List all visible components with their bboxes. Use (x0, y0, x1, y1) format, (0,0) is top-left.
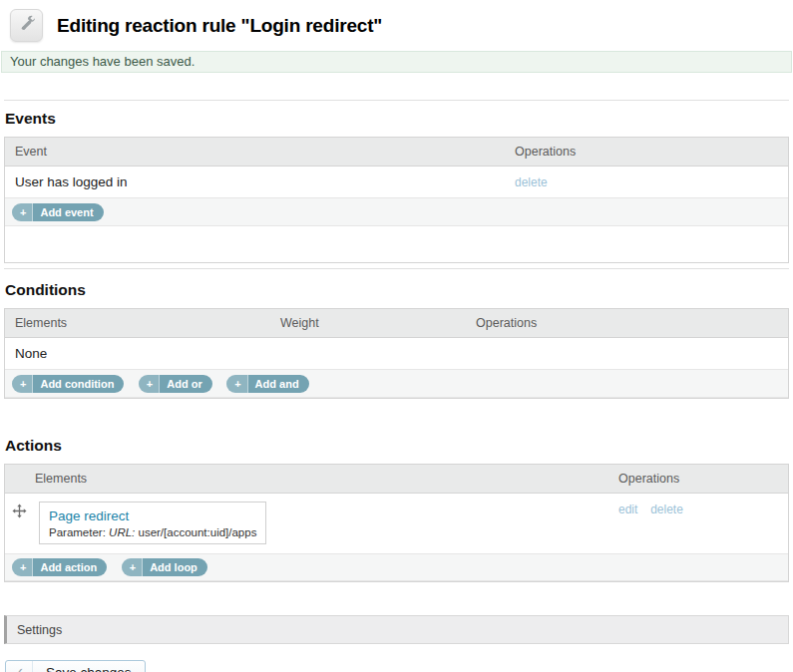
action-parameter: Parameter: URL: user/[account:uid]/apps (49, 526, 256, 538)
plus-icon: + (12, 375, 33, 393)
actions-add-row: + Add action + Add loop (5, 554, 788, 582)
wrench-icon (17, 14, 37, 38)
actions-table-header: Elements Operations (5, 465, 788, 494)
drag-handle-icon[interactable] (12, 504, 27, 522)
plus-icon: + (139, 375, 160, 393)
plus-icon: + (12, 558, 33, 576)
events-heading: Events (5, 110, 789, 128)
conditions-col-elements: Elements (5, 309, 270, 337)
events-col-operations: Operations (505, 138, 788, 166)
conditions-section: Conditions Elements Weight Operations No… (4, 281, 789, 399)
page-title: Editing reaction rule "Login redirect" (57, 15, 382, 37)
add-loop-button[interactable]: + Add loop (122, 558, 207, 576)
plus-icon: + (226, 375, 247, 393)
settings-fieldset-toggle[interactable]: Settings (4, 615, 789, 644)
actions-heading: Actions (5, 437, 789, 455)
status-message: Your changes have been saved. (1, 51, 792, 73)
action-row: Page redirect Parameter: URL: user/[acco… (5, 494, 788, 554)
conditions-heading: Conditions (5, 281, 789, 299)
conditions-table: Elements Weight Operations None + Add co… (4, 308, 789, 399)
add-action-button[interactable]: + Add action (12, 558, 107, 576)
add-and-button[interactable]: + Add and (226, 375, 308, 393)
add-condition-button[interactable]: + Add condition (12, 375, 124, 393)
actions-col-elements: Elements (35, 465, 608, 493)
conditions-empty-row: None (5, 338, 788, 370)
events-section-divider (4, 100, 789, 101)
settings-label: Settings (17, 623, 62, 637)
events-table-spacer (5, 226, 788, 262)
add-or-button[interactable]: + Add or (139, 375, 212, 393)
actions-col-operations: Operations (608, 465, 788, 493)
events-section: Events Event Operations User has logged … (4, 110, 789, 263)
action-element-box: Page redirect Parameter: URL: user/[acco… (39, 502, 266, 544)
add-event-button[interactable]: + Add event (12, 203, 104, 221)
rule-icon-button[interactable] (10, 9, 43, 42)
conditions-col-weight: Weight (270, 309, 466, 337)
page-header: Editing reaction rule "Login redirect" (0, 0, 793, 42)
plus-icon: + (122, 558, 143, 576)
events-table: Event Operations User has logged in dele… (4, 137, 789, 263)
conditions-table-header: Elements Weight Operations (5, 309, 788, 338)
action-edit-link[interactable]: edit (618, 503, 637, 516)
check-icon: ✓ (6, 661, 33, 672)
actions-section: Actions Elements Operations (4, 437, 789, 583)
action-title-link[interactable]: Page redirect (49, 508, 129, 523)
events-table-header: Event Operations (5, 138, 788, 167)
conditions-empty-label: None (5, 338, 270, 369)
events-add-row: + Add event (5, 198, 788, 226)
event-row: User has logged in delete (5, 167, 788, 198)
event-label: User has logged in (5, 167, 505, 197)
parameter-name: URL: (109, 526, 135, 538)
save-changes-button[interactable]: ✓ Save changes (5, 660, 146, 672)
event-delete-link[interactable]: delete (515, 175, 548, 189)
events-col-event: Event (5, 138, 505, 166)
conditions-add-row: + Add condition + Add or + Add and (5, 370, 788, 398)
plus-icon: + (12, 203, 33, 221)
parameter-value: user/[account:uid]/apps (139, 526, 257, 538)
actions-table: Elements Operations Page redirect (4, 464, 789, 583)
conditions-section-divider (4, 268, 789, 269)
action-delete-link[interactable]: delete (650, 503, 683, 516)
conditions-col-operations: Operations (466, 309, 788, 337)
